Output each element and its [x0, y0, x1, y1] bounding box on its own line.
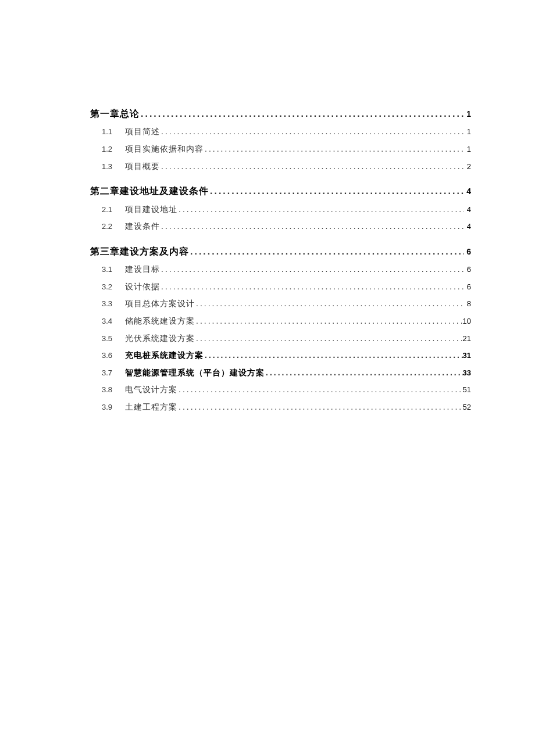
toc-page-num: 1 — [464, 109, 471, 120]
toc-page-num: 2 — [464, 162, 471, 172]
toc-sub-title: 项目实施依据和内容 — [119, 144, 204, 155]
toc-sub-num: 3.7 — [90, 368, 119, 378]
toc-sub-num: 2.2 — [90, 221, 119, 232]
toc-chapter-title: 第三章建设方案及内容 — [90, 245, 189, 258]
toc-leader — [160, 281, 464, 293]
toc-sub-num: 3.5 — [90, 334, 119, 344]
toc-page-num: 21 — [463, 334, 471, 344]
toc-page-num: 6 — [464, 246, 471, 258]
toc-sub-3-8: 3.8 电气设计方案 51 — [90, 384, 471, 396]
toc-leader — [160, 126, 464, 138]
toc-leader — [160, 161, 464, 173]
toc-page-num: 31 — [463, 350, 471, 361]
toc-sub-num: 3.9 — [90, 402, 119, 413]
toc-sub-3-9: 3.9 土建工程方案 52 — [90, 402, 471, 413]
toc-leader — [204, 350, 463, 361]
toc-sub-num: 1.3 — [90, 162, 119, 172]
toc-sub-num: 3.4 — [90, 316, 119, 327]
toc-sub-title: 项目建设地址 — [119, 204, 177, 216]
toc-sub-num: 2.1 — [90, 205, 119, 215]
toc-sub-num: 1.2 — [90, 144, 119, 155]
toc-leader — [265, 367, 463, 379]
toc-leader — [160, 264, 464, 275]
toc-page-num: 6 — [464, 282, 471, 292]
toc-sub-3-7: 3.7 智慧能源管理系统（平台）建设方案 33 — [90, 367, 471, 379]
toc-leader — [177, 204, 464, 216]
toc-leader — [195, 298, 464, 310]
toc-chapter-2: 第二章建设地址及建设条件 4 — [90, 185, 471, 198]
toc-sub-2-1: 2.1 项目建设地址 4 — [90, 204, 471, 216]
toc-sub-3-5: 3.5 光伏系统建设方案 21 — [90, 333, 471, 345]
toc-page-num: 1 — [464, 144, 471, 155]
toc-sub-num: 3.8 — [90, 385, 119, 395]
toc-sub-3-6: 3.6 充电桩系统建设方案 31 — [90, 350, 471, 361]
toc-page: 第一章总论 1 1.1 项目简述 1 1.2 项目实施依据和内容 1 1.3 项… — [0, 0, 535, 413]
toc-sub-title: 设计依据 — [119, 281, 160, 293]
toc-sub-title: 电气设计方案 — [119, 384, 177, 396]
toc-leader — [209, 185, 464, 198]
toc-sub-num: 1.1 — [90, 127, 119, 137]
toc-sub-3-3: 3.3 项目总体方案设计 8 — [90, 298, 471, 310]
toc-sub-title: 项目简述 — [119, 126, 160, 138]
toc-page-num: 4 — [464, 221, 471, 232]
toc-page-num: 52 — [463, 402, 471, 413]
toc-sub-3-1: 3.1 建设目标 6 — [90, 264, 471, 275]
toc-sub-3-4: 3.4 储能系统建设方案 10 — [90, 316, 471, 327]
toc-leader — [195, 333, 463, 345]
toc-page-num: 10 — [463, 316, 471, 327]
toc-sub-num: 3.6 — [90, 350, 119, 361]
toc-leader — [177, 402, 463, 413]
toc-page-num: 8 — [464, 299, 471, 309]
toc-sub-title: 充电桩系统建设方案 — [119, 350, 204, 361]
toc-sub-title: 建设目标 — [119, 264, 160, 275]
toc-page-num: 51 — [463, 385, 471, 395]
toc-sub-title: 智慧能源管理系统（平台）建设方案 — [119, 367, 265, 379]
toc-page-num: 33 — [463, 368, 471, 378]
toc-sub-1-1: 1.1 项目简述 1 — [90, 126, 471, 138]
toc-sub-num: 3.1 — [90, 264, 119, 275]
toc-sub-2-2: 2.2 建设条件 4 — [90, 221, 471, 232]
toc-sub-1-3: 1.3 项目概要 2 — [90, 161, 471, 173]
toc-sub-title: 储能系统建设方案 — [119, 316, 195, 327]
toc-page-num: 1 — [464, 127, 471, 137]
toc-sub-title: 项目总体方案设计 — [119, 298, 195, 310]
toc-chapter-3: 第三章建设方案及内容 6 — [90, 245, 471, 258]
toc-leader — [140, 108, 464, 120]
toc-leader — [195, 316, 463, 327]
toc-chapter-1: 第一章总论 1 — [90, 108, 471, 120]
toc-sub-num: 3.2 — [90, 282, 119, 292]
toc-page-num: 4 — [464, 186, 471, 198]
toc-leader — [189, 245, 464, 258]
toc-page-num: 4 — [464, 205, 471, 215]
toc-sub-num: 3.3 — [90, 299, 119, 309]
toc-sub-title: 土建工程方案 — [119, 402, 177, 413]
toc-sub-1-2: 1.2 项目实施依据和内容 1 — [90, 144, 471, 155]
toc-sub-title: 光伏系统建设方案 — [119, 333, 195, 345]
toc-leader — [160, 221, 464, 232]
toc-leader — [177, 384, 463, 396]
toc-chapter-title: 第二章建设地址及建设条件 — [90, 185, 209, 198]
toc-page-num: 6 — [464, 264, 471, 275]
toc-sub-title: 建设条件 — [119, 221, 160, 232]
toc-sub-3-2: 3.2 设计依据 6 — [90, 281, 471, 293]
toc-leader — [204, 144, 464, 155]
toc-chapter-title: 第一章总论 — [90, 108, 140, 120]
toc-sub-title: 项目概要 — [119, 161, 160, 173]
